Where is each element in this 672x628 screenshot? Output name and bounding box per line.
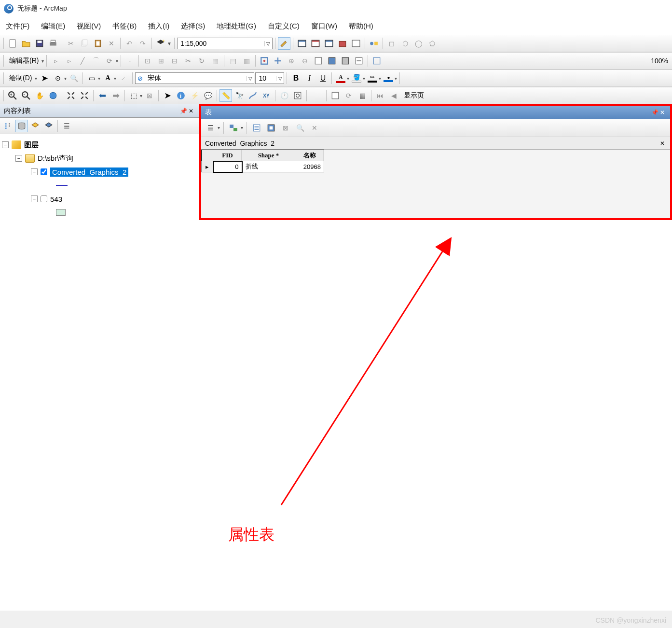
fill-color-button[interactable]: 🪣 [350, 72, 363, 84]
full-extent-tool[interactable] [47, 89, 59, 102]
create-viewer[interactable] [291, 89, 304, 102]
font-color-dropdown[interactable]: ▾ [347, 76, 349, 81]
page-tool-1[interactable] [329, 89, 342, 102]
editor-dropdown[interactable]: ▾ [41, 58, 44, 64]
list-by-source[interactable] [15, 120, 28, 132]
split-tool[interactable]: ✂ [182, 55, 194, 67]
find-route[interactable] [247, 89, 259, 102]
italic-button[interactable]: I [303, 72, 315, 84]
cut-polygons[interactable]: ⊟ [168, 55, 181, 67]
add-data-button[interactable]: + [154, 37, 167, 50]
undo-button[interactable]: ↶ [123, 37, 136, 50]
tree-root[interactable]: − 图层 [2, 138, 197, 152]
point-tool[interactable]: · [123, 55, 136, 67]
table-row[interactable]: ▸ 0 折线 20968 [202, 161, 324, 172]
size-input[interactable] [256, 73, 276, 84]
georef-tool-2[interactable] [272, 55, 284, 67]
font-dropdown-icon[interactable]: ▽ [246, 76, 254, 81]
menu-file[interactable]: 文件(F) [6, 22, 29, 31]
select-features-tool[interactable]: ⬚ [127, 89, 140, 102]
layer2-checkbox[interactable] [41, 195, 47, 202]
editor-toolbar-button[interactable] [278, 37, 290, 50]
shape-tool-3[interactable]: ◯ [412, 37, 425, 50]
edit-annotation-tool[interactable]: ▹ [63, 55, 75, 67]
col-name[interactable]: 名称 [295, 150, 324, 161]
rotate-tool[interactable]: ↻ [195, 55, 208, 67]
catalog-button[interactable] [309, 37, 322, 50]
cell-shape[interactable]: 折线 [242, 161, 295, 172]
layer1-checkbox[interactable] [41, 168, 47, 175]
rectangle-dropdown[interactable]: ▾ [98, 76, 100, 81]
next-extent[interactable]: ➡ [110, 89, 122, 102]
tree-toggle-root[interactable]: − [2, 141, 9, 148]
list-by-visibility[interactable] [29, 120, 41, 132]
menu-window[interactable]: 窗口(W) [311, 22, 337, 31]
layer1-symbol[interactable] [2, 179, 197, 192]
editor-label[interactable]: 编辑器(R) [6, 56, 41, 65]
draw-dropdown[interactable]: ▾ [35, 76, 37, 81]
map-area[interactable]: 表 📌 ✕ ☰ ▾ ▾ ⊠ 🔍 ✕ Converted_Graphics_2 [199, 104, 672, 611]
find-tool[interactable]: 🔭 [233, 89, 246, 102]
toc-options[interactable]: ☰ [60, 120, 73, 132]
trace-tool[interactable]: ⟳ [103, 55, 116, 67]
font-combo[interactable]: ⊘ ▽ [135, 72, 254, 84]
rotate-dropdown[interactable]: ▾ [64, 76, 67, 81]
bold-button[interactable]: B [289, 72, 302, 84]
col-fid[interactable]: FID [213, 150, 242, 161]
delete-selected[interactable]: ✕ [308, 122, 321, 134]
straight-segment[interactable]: ╱ [76, 55, 89, 67]
select-elements[interactable]: ➤ [161, 89, 174, 102]
georef-tool-5[interactable] [312, 55, 325, 67]
shape-tool-2[interactable]: ⬡ [399, 37, 411, 50]
pin-icon[interactable]: 📌 [179, 107, 187, 115]
layer2-symbol[interactable] [2, 206, 197, 219]
table-options[interactable]: ☰ [204, 122, 217, 134]
text-tool[interactable]: A [101, 72, 114, 84]
georef-tool-3[interactable]: ⊕ [285, 55, 298, 67]
fixed-zoom-in[interactable] [65, 89, 77, 102]
georef-tool-1[interactable] [258, 55, 271, 67]
page-first[interactable]: ⏮ [374, 89, 386, 102]
related-dropdown[interactable]: ▾ [241, 125, 243, 130]
save-button[interactable] [33, 37, 46, 50]
switch-selection[interactable] [265, 122, 277, 134]
line-color-dropdown[interactable]: ▾ [379, 76, 381, 81]
clear-table-selection[interactable]: ⊠ [279, 122, 292, 134]
georef-tool-6[interactable] [326, 55, 338, 67]
page-tool-2[interactable]: ⟳ [343, 89, 355, 102]
scale-combo[interactable]: ▽ [177, 38, 273, 49]
select-features-dropdown[interactable]: ▾ [140, 93, 142, 98]
menu-help[interactable]: 帮助(H) [349, 22, 373, 31]
sketch-props[interactable]: ▤ [227, 55, 239, 67]
row-selector-header[interactable] [202, 150, 213, 161]
go-to-xy[interactable]: XY [260, 89, 273, 102]
menu-select[interactable]: 选择(S) [181, 22, 205, 31]
attributes-button[interactable]: ▦ [209, 55, 221, 67]
identify-tool[interactable]: i [175, 89, 187, 102]
cell-fid[interactable]: 0 [213, 161, 242, 172]
tree-toggle-layer1[interactable]: − [31, 168, 38, 175]
table-tab-close-icon[interactable]: ✕ [658, 140, 666, 147]
fixed-zoom-out[interactable] [78, 89, 91, 102]
redo-button[interactable]: ↷ [137, 37, 149, 50]
html-popup[interactable]: 💬 [202, 89, 214, 102]
copy-button[interactable] [78, 37, 91, 50]
pan-tool[interactable]: ✋ [33, 89, 46, 102]
marker-color-dropdown[interactable]: ▾ [395, 76, 397, 81]
edit-tool[interactable]: ▹ [49, 55, 62, 67]
shape-tool-1[interactable]: ◻ [385, 37, 398, 50]
draw-label[interactable]: 绘制(D) [6, 74, 35, 83]
georef-tool-4[interactable]: ⊖ [299, 55, 311, 67]
reshape-tool[interactable]: ⊞ [155, 55, 167, 67]
model-builder-button[interactable] [368, 37, 380, 50]
menu-customize[interactable]: 自定义(C) [268, 22, 300, 31]
font-color-button[interactable]: A [334, 72, 347, 84]
marker-color-button[interactable]: ● [382, 72, 395, 84]
arctoolbox-button[interactable] [336, 37, 349, 50]
zoom-selected[interactable]: 🔍 [294, 122, 306, 134]
georef-tool-7[interactable] [339, 55, 352, 67]
hyperlink-tool[interactable]: ⚡ [188, 89, 201, 102]
tree-toggle-folder[interactable]: − [15, 155, 22, 162]
time-slider[interactable]: 🕐 [278, 89, 290, 102]
toc-button[interactable] [296, 37, 308, 50]
